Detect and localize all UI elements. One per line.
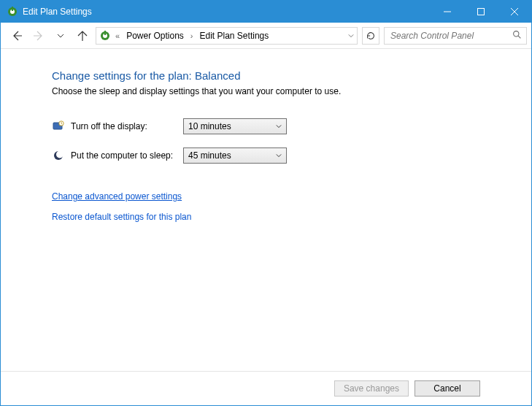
restore-defaults-link[interactable]: Restore default settings for this plan [52,212,531,222]
recent-locations-button[interactable] [52,27,69,45]
svg-point-10 [514,31,519,36]
breadcrumb-prefix: « [114,31,121,40]
arrow-left-icon [11,30,23,42]
maximize-button[interactable] [464,1,498,23]
chevron-down-icon [276,121,282,131]
minimize-icon [444,8,451,15]
svg-rect-9 [104,31,106,35]
svg-rect-4 [478,9,485,15]
breadcrumb-item[interactable]: Power Options [124,31,186,41]
sleep-timeout-label: Put the computer to sleep: [71,150,183,161]
close-button[interactable] [498,1,531,23]
search-input[interactable] [389,30,512,42]
display-timeout-label: Turn off the display: [71,121,183,131]
svg-point-17 [56,151,63,158]
arrow-up-icon [77,30,88,42]
refresh-icon [366,31,376,41]
svg-line-11 [518,36,520,38]
page-heading: Change settings for the plan: Balanced [52,69,531,82]
sleep-timeout-row: Put the computer to sleep: 45 minutes [52,148,531,164]
arrow-right-icon [33,30,45,42]
chevron-down-icon [276,150,282,161]
refresh-button[interactable] [362,27,379,45]
chevron-right-icon: › [189,31,195,40]
footer: Save changes Cancel [1,371,531,405]
links-block: Change advanced power settings Restore d… [52,191,531,222]
content-area: Change settings for the plan: Balanced C… [1,49,531,371]
window-controls [431,1,531,23]
page-subtext: Choose the sleep and display settings th… [52,86,531,96]
power-options-icon [99,30,111,42]
svg-rect-2 [12,7,13,11]
window-root: Edit Plan Settings [0,0,532,406]
display-icon [52,120,65,133]
titlebar: Edit Plan Settings [1,1,531,23]
breadcrumb[interactable]: « Power Options › Edit Plan Settings [96,27,358,45]
back-button[interactable] [8,27,26,45]
display-timeout-select[interactable]: 10 minutes [183,118,287,134]
save-button[interactable]: Save changes [334,380,409,397]
moon-icon [52,149,65,162]
window-title: Edit Plan Settings [23,7,92,17]
chevron-down-icon[interactable] [348,31,354,41]
maximize-icon [477,8,485,15]
search-box[interactable] [384,27,527,45]
forward-button[interactable] [30,27,47,45]
up-button[interactable] [74,27,91,45]
close-icon [511,8,518,15]
advanced-settings-link[interactable]: Change advanced power settings [52,191,531,202]
sleep-timeout-value: 45 minutes [188,150,231,161]
chevron-down-icon [57,32,64,39]
display-timeout-value: 10 minutes [188,121,231,131]
display-timeout-row: Turn off the display: 10 minutes [52,118,531,134]
minimize-button[interactable] [431,1,464,23]
sleep-timeout-select[interactable]: 45 minutes [183,148,287,164]
cancel-button[interactable]: Cancel [415,380,480,397]
search-icon[interactable] [512,30,522,42]
power-options-icon [7,6,18,18]
breadcrumb-item[interactable]: Edit Plan Settings [198,31,271,41]
navbar: « Power Options › Edit Plan Settings [1,23,531,49]
